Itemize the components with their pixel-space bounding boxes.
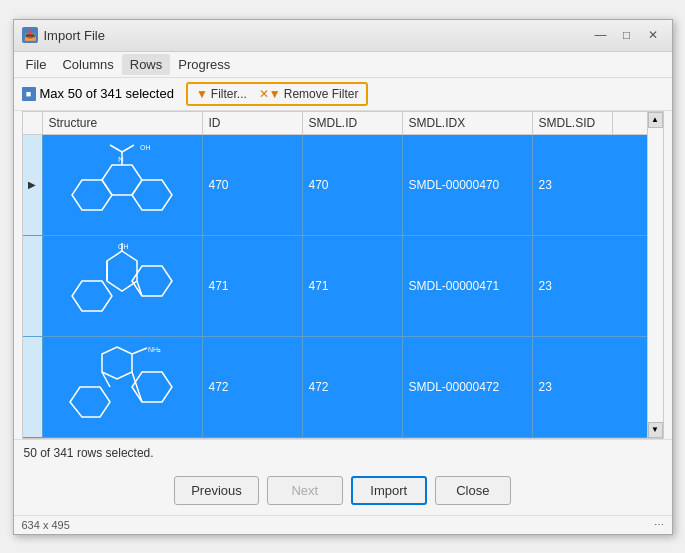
menu-columns[interactable]: Columns (54, 54, 121, 75)
previous-button[interactable]: Previous (174, 476, 259, 505)
toolbar: ■ Max 50 of 341 selected ▼ Filter... ✕▼ … (14, 78, 672, 111)
remove-filter-button[interactable]: ✕▼ Remove Filter (255, 85, 363, 103)
svg-text:OH: OH (140, 144, 151, 151)
svg-text:N: N (118, 155, 124, 164)
svg-marker-15 (102, 347, 132, 379)
svg-line-21 (132, 372, 142, 402)
table-inner: Structure ID SMDL.ID SMDL.IDX SMDL.SID ▶ (23, 112, 647, 438)
filter-group: ▼ Filter... ✕▼ Remove Filter (186, 82, 368, 106)
th-smdl-sid: SMDL.SID (533, 112, 613, 134)
svg-line-5 (110, 145, 122, 152)
filter-button[interactable]: ▼ Filter... (192, 85, 251, 103)
status-bar: 50 of 341 rows selected. (14, 439, 672, 466)
svg-marker-8 (107, 251, 137, 291)
close-window-button[interactable]: ✕ (642, 24, 664, 46)
table-row[interactable]: NH₂ 472 472 SMDL-00000472 23 (23, 337, 647, 438)
filter-icon: ▼ (196, 87, 208, 101)
row-structure-2: OH (43, 236, 203, 336)
row-id-2: 471 (203, 236, 303, 336)
svg-marker-0 (72, 180, 112, 210)
row-smdl-idx-1: SMDL-00000470 (403, 135, 533, 235)
dimensions-label: 634 x 495 (22, 519, 70, 531)
row-structure-3: NH₂ (43, 337, 203, 437)
import-button[interactable]: Import (351, 476, 427, 505)
svg-line-16 (132, 348, 147, 354)
svg-marker-19 (132, 372, 172, 402)
row-smdl-id-1: 470 (303, 135, 403, 235)
footer-bar: 634 x 495 ⋯ (14, 515, 672, 534)
title-bar: 📥 Import File — □ ✕ (14, 20, 672, 52)
svg-marker-2 (132, 180, 172, 210)
th-id: ID (203, 112, 303, 134)
maximize-button[interactable]: □ (616, 24, 638, 46)
vertical-scrollbar[interactable]: ▲ ▼ (647, 112, 663, 438)
row-arrow-2 (23, 236, 43, 336)
table-wrapper: Structure ID SMDL.ID SMDL.IDX SMDL.SID ▶ (22, 111, 664, 439)
table-row[interactable]: OH 471 471 SMDL-00000471 23 (23, 236, 647, 337)
row-smdl-idx-3: SMDL-00000472 (403, 337, 533, 437)
th-scrollbar-space (613, 112, 629, 134)
row-smdl-sid-2: 23 (533, 236, 613, 336)
table-row[interactable]: ▶ (23, 135, 647, 236)
main-window: 📥 Import File — □ ✕ File Columns Rows Pr… (13, 19, 673, 535)
svg-marker-9 (72, 281, 112, 311)
svg-text:OH: OH (118, 243, 129, 250)
row-id-3: 472 (203, 337, 303, 437)
max-selected-icon: ■ (22, 87, 36, 101)
max-selected-indicator: ■ Max 50 of 341 selected (22, 86, 174, 101)
button-bar: Previous Next Import Close (14, 466, 672, 515)
menu-progress[interactable]: Progress (170, 54, 238, 75)
table-body: ▶ (23, 135, 647, 438)
max-selected-label: Max 50 of 341 selected (40, 86, 174, 101)
resize-handle[interactable]: ⋯ (654, 519, 664, 531)
svg-marker-1 (102, 165, 142, 195)
menu-file[interactable]: File (18, 54, 55, 75)
th-smdl-idx: SMDL.IDX (403, 112, 533, 134)
svg-line-4 (122, 145, 134, 152)
rows-selected-status: 50 of 341 rows selected. (24, 446, 154, 460)
row-smdl-sid-1: 23 (533, 135, 613, 235)
menu-rows[interactable]: Rows (122, 54, 171, 75)
scroll-down-button[interactable]: ▼ (648, 422, 663, 438)
svg-text:NH₂: NH₂ (148, 346, 161, 353)
menu-bar: File Columns Rows Progress (14, 52, 672, 78)
row-arrow-3 (23, 337, 43, 437)
th-smdl-id: SMDL.ID (303, 112, 403, 134)
filter-label: Filter... (211, 87, 247, 101)
th-arrow (23, 112, 43, 134)
table-header: Structure ID SMDL.ID SMDL.IDX SMDL.SID (23, 112, 647, 135)
svg-marker-18 (70, 387, 110, 417)
window-title: Import File (44, 28, 590, 43)
row-id-1: 470 (203, 135, 303, 235)
row-structure-1: N OH (43, 135, 203, 235)
close-button[interactable]: Close (435, 476, 511, 505)
minimize-button[interactable]: — (590, 24, 612, 46)
next-button[interactable]: Next (267, 476, 343, 505)
th-structure: Structure (43, 112, 203, 134)
svg-marker-10 (132, 266, 172, 296)
row-smdl-id-2: 471 (303, 236, 403, 336)
row-smdl-id-3: 472 (303, 337, 403, 437)
window-icon: 📥 (22, 27, 38, 43)
row-arrow-1: ▶ (23, 135, 43, 235)
row-smdl-idx-2: SMDL-00000471 (403, 236, 533, 336)
scroll-track (648, 128, 663, 422)
window-controls: — □ ✕ (590, 24, 664, 46)
remove-filter-icon: ✕▼ (259, 87, 281, 101)
scroll-up-button[interactable]: ▲ (648, 112, 663, 128)
remove-filter-label: Remove Filter (284, 87, 359, 101)
row-smdl-sid-3: 23 (533, 337, 613, 437)
